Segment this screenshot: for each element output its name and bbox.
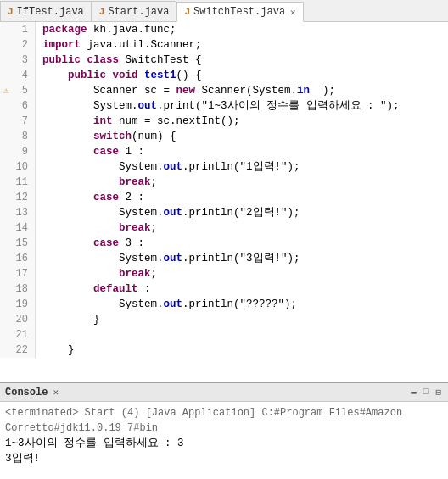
line-number: 7 — [12, 114, 36, 129]
token-kw: case — [93, 237, 126, 249]
token-method: out — [164, 253, 183, 265]
tab-bar: JIfTest.javaJStart.javaJSwitchTest.java✕ — [0, 0, 448, 22]
token-normal: (num) { — [132, 131, 176, 142]
code-area: 1package kh.java.func;2import java.util.… — [0, 22, 448, 382]
code-line: 19 System.out.println("?????"); — [0, 297, 448, 312]
line-content: System.out.println("2입력!"); — [36, 205, 300, 220]
token-method: out — [164, 161, 183, 173]
token-normal — [42, 176, 119, 188]
line-content: break; — [36, 220, 157, 236]
line-number: 8 — [12, 129, 36, 144]
token-normal — [42, 237, 93, 249]
token-normal: System. — [42, 161, 164, 173]
token-normal: num = sc.nextInt(); — [119, 115, 240, 127]
token-normal: 2 : — [126, 192, 145, 203]
gutter-mark — [0, 175, 12, 190]
java-file-icon: J — [99, 7, 105, 17]
line-content: Scanner sc = new Scanner(System.in ); — [36, 83, 335, 98]
line-number: 4 — [12, 68, 36, 83]
gutter-mark — [0, 159, 12, 175]
code-line: ⚠5 Scanner sc = new Scanner(System.in ); — [0, 83, 448, 98]
line-number: 22 — [12, 343, 36, 358]
line-number: 9 — [12, 144, 36, 159]
console-title: Console — [5, 387, 48, 398]
code-line: 6 System.out.print("1~3사이의 정수를 입력하세요 : "… — [0, 98, 448, 114]
line-content: System.out.println("?????"); — [36, 297, 297, 312]
gutter-mark — [0, 220, 12, 236]
token-normal — [42, 283, 93, 295]
java-file-icon: J — [8, 7, 14, 17]
code-line: 12 case 2 : — [0, 190, 448, 205]
code-line: 10 System.out.println("1입력!"); — [0, 159, 448, 175]
tab-label: Start.java — [108, 6, 169, 18]
line-content: public class SwitchTest { — [36, 53, 202, 68]
console-header: Console ✕ ▬ □ ⊟ — [0, 383, 448, 402]
code-line: 1package kh.java.func; — [0, 22, 448, 37]
code-line: 18 default : — [0, 281, 448, 297]
line-number: 21 — [12, 327, 36, 343]
tab-iftestjava[interactable]: JIfTest.java — [0, 1, 92, 21]
gutter-mark — [0, 22, 12, 37]
code-line: 21 — [0, 327, 448, 343]
line-number: 19 — [12, 297, 36, 312]
line-content: break; — [36, 266, 157, 281]
token-normal — [42, 131, 93, 142]
line-number: 15 — [12, 236, 36, 251]
line-content: System.out.println("1입력!"); — [36, 159, 300, 175]
token-kw: break — [119, 222, 151, 234]
tab-label: SwitchTest.java — [193, 6, 285, 18]
line-number: 16 — [12, 251, 36, 266]
gutter-mark — [0, 266, 12, 281]
code-line: 4 public void test1() { — [0, 68, 448, 83]
gutter-mark — [0, 281, 12, 297]
token-kw: case — [93, 146, 126, 158]
code-line: 22 } — [0, 343, 448, 358]
token-kw: new — [176, 85, 202, 97]
tab-startjava[interactable]: JStart.java — [92, 1, 177, 21]
console-minimize-button[interactable]: ▬ — [409, 387, 418, 398]
line-number: 2 — [12, 37, 36, 53]
code-line: 9 case 1 : — [0, 144, 448, 159]
line-number: 10 — [12, 159, 36, 175]
line-number: 12 — [12, 190, 36, 205]
code-line: 11 break; — [0, 175, 448, 190]
line-content: } — [36, 312, 100, 327]
line-number: 14 — [12, 220, 36, 236]
tab-switchtestjava[interactable]: JSwitchTest.java✕ — [176, 2, 303, 22]
token-normal: 3 : — [126, 237, 145, 249]
line-content: switch(num) { — [36, 129, 176, 144]
token-kw: package — [42, 24, 93, 36]
console-content: <terminated> Start (4) [Java Application… — [0, 402, 448, 479]
tab-close-icon[interactable]: ✕ — [290, 7, 296, 18]
token-kw: public class — [42, 54, 126, 66]
line-content: case 2 : — [36, 190, 144, 205]
line-content: import java.util.Scanner; — [36, 37, 202, 53]
line-content: int num = sc.nextInt(); — [36, 114, 240, 129]
gutter-mark — [0, 251, 12, 266]
token-kw: switch — [93, 131, 132, 142]
token-normal: } — [42, 344, 75, 356]
code-line: 2import java.util.Scanner; — [0, 37, 448, 53]
token-method: out — [164, 207, 183, 219]
line-content: default : — [36, 281, 151, 297]
line-content: System.out.println("3입력!"); — [36, 251, 300, 266]
token-kw2: in — [297, 85, 310, 97]
line-number: 13 — [12, 205, 36, 220]
token-normal: .print("1~3사이의 정수를 입력하세요 : "); — [157, 100, 400, 112]
line-number: 5 — [12, 83, 36, 98]
token-normal: java.util.Scanner; — [87, 39, 202, 51]
code-line: 13 System.out.println("2입력!"); — [0, 205, 448, 220]
tab-label: IfTest.java — [17, 6, 84, 18]
token-kw: case — [93, 192, 126, 203]
gutter-mark — [0, 236, 12, 251]
console-menu-button[interactable]: ⊟ — [434, 387, 443, 398]
line-content — [36, 327, 49, 343]
line-number: 6 — [12, 98, 36, 114]
token-normal: () { — [176, 70, 202, 81]
console-area: Console ✕ ▬ □ ⊟ <terminated> Start (4) [… — [0, 382, 448, 479]
token-kw: break — [119, 176, 151, 188]
console-close-button[interactable]: ✕ — [53, 387, 59, 398]
gutter-mark — [0, 98, 12, 114]
console-maximize-button[interactable]: □ — [422, 387, 431, 398]
gutter-mark — [0, 297, 12, 312]
